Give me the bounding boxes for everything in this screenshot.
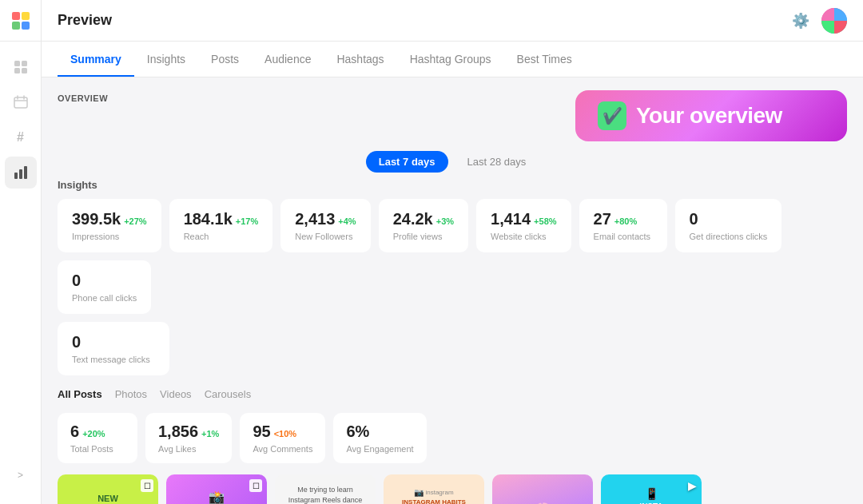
avatar[interactable] <box>821 8 847 34</box>
svg-rect-10 <box>24 166 27 179</box>
sidebar: # > <box>0 0 42 504</box>
card-impressions: 399.5k+27% Impressions <box>58 199 161 252</box>
last-7-days-button[interactable]: Last 7 days <box>366 151 448 173</box>
tab-carousels[interactable]: Carousels <box>205 385 260 403</box>
tab-best-times[interactable]: Best Times <box>504 42 585 77</box>
check-icon: ✔️ <box>598 101 626 130</box>
posts-tabs: All Posts Photos Videos Carousels <box>58 385 847 403</box>
thumb-2-content: 📸 REELSVIDEO IDEASFOR BUSINESS PART 3 <box>183 483 250 504</box>
thumb-3-text: Me trying to learnInstagram Reels dancem… <box>280 477 371 504</box>
card-text-message: 0 Text message clicks <box>58 322 169 375</box>
post-thumbnails: ☐ NEWINSTAGRAMFEATURE😊 ☐ 📸 REELSVIDEO ID… <box>58 474 847 504</box>
card-avg-likes: 1,856+1% Avg Likes <box>145 413 232 463</box>
card-avg-engagement: 6% Avg Engagement <box>333 413 426 463</box>
sidebar-icons: # <box>5 42 37 459</box>
play-icon: ▶ <box>688 479 697 492</box>
svg-rect-1 <box>22 61 27 66</box>
app-title: Preview <box>58 12 112 29</box>
logo-cell-red <box>12 12 20 20</box>
tab-all-posts[interactable]: All Posts <box>58 385 110 403</box>
tab-posts[interactable]: Posts <box>198 42 252 77</box>
avatar-cell-4 <box>834 21 847 34</box>
thumb-new-instagram-feature[interactable]: ☐ NEWINSTAGRAMFEATURE😊 <box>58 474 158 504</box>
app-logo <box>0 0 42 42</box>
card-avg-comments: 95<10% Avg Comments <box>240 413 325 463</box>
thumb-checkbox-1[interactable]: ☐ <box>141 479 153 492</box>
settings-icon[interactable]: ⚙️ <box>788 8 813 34</box>
card-website-clicks: 1,414+58% Website clicks <box>476 199 571 252</box>
impressions-value: 399.5k+27% <box>72 210 147 228</box>
tab-insights[interactable]: Insights <box>134 42 198 77</box>
logo-cell-green <box>12 22 20 30</box>
app-header: Preview ⚙️ <box>42 0 863 42</box>
card-phone-call: 0 Phone call clicks <box>58 260 151 314</box>
content-top-row: OVERVIEW ✔️ Your overview <box>42 77 863 141</box>
tab-hashtags[interactable]: Hashtags <box>324 42 396 77</box>
header-icons: ⚙️ <box>788 8 847 34</box>
insights-cards: 399.5k+27% Impressions 184.1k+17% Reach … <box>58 199 847 314</box>
svg-rect-8 <box>14 173 18 179</box>
thumb-dance-moves[interactable]: Me trying to learnInstagram Reels dancem… <box>275 474 376 504</box>
tab-audience[interactable]: Audience <box>252 42 324 77</box>
date-filter-row: Last 7 days Last 28 days <box>42 141 863 179</box>
thumb-reels-video-ideas[interactable]: ☐ 📸 REELSVIDEO IDEASFOR BUSINESS PART 3 <box>166 474 267 504</box>
tab-summary[interactable]: Summary <box>58 42 134 77</box>
thumb-6-content: 📱 INSTASTORYTRICK 😎 <box>631 481 671 504</box>
svg-rect-0 <box>14 61 20 66</box>
card-profile-views: 24.2k+3% Profile views <box>379 199 468 252</box>
logo-grid <box>12 12 30 30</box>
card-reach: 184.1k+17% Reach <box>169 199 273 252</box>
tab-videos[interactable]: Videos <box>160 385 200 403</box>
header-left: Preview <box>58 12 112 29</box>
logo-cell-blue <box>22 22 30 30</box>
svg-rect-4 <box>14 97 27 108</box>
content-area: OVERVIEW ✔️ Your overview Last 7 days La… <box>42 77 863 504</box>
overview-text: Your overview <box>636 103 782 129</box>
svg-rect-2 <box>14 68 20 73</box>
card-new-followers: 2,413+4% New Followers <box>280 199 370 252</box>
insights-section: Insights 399.5k+27% Impressions 184.1k+1… <box>42 179 863 375</box>
last-28-days-button[interactable]: Last 28 days <box>455 151 539 173</box>
nav-tabs: Summary Insights Posts Audience Hashtags… <box>42 42 863 77</box>
thumb-checkbox-2[interactable]: ☐ <box>249 479 262 492</box>
post-stats-cards: 6+20% Total Posts 1,856+1% Avg Likes 95<… <box>58 413 847 463</box>
tab-hashtag-groups[interactable]: Hashtag Groups <box>397 42 504 77</box>
card-get-directions: 0 Get directions clicks <box>675 199 782 252</box>
insights-title: Insights <box>58 179 847 191</box>
thumb-1-text: NEWINSTAGRAMFEATURE😊 <box>75 487 141 504</box>
svg-rect-9 <box>19 169 22 179</box>
calendar-icon[interactable] <box>5 86 37 118</box>
avatar-cell-2 <box>834 8 847 21</box>
logo-cell-yellow <box>22 12 30 20</box>
sidebar-bottom: > <box>5 459 37 504</box>
overview-banner: ✔️ Your overview <box>575 90 847 141</box>
chart-icon[interactable] <box>5 157 37 189</box>
card-email-contacts: 27+80% Email contacts <box>579 199 667 252</box>
main-content: Preview ⚙️ Summary Insights Posts Audien… <box>42 0 863 504</box>
expand-button[interactable]: > <box>5 459 37 491</box>
thumb-instagram-habits[interactable]: 📷 instagram INSTAGRAM HABITSTO STOP RIGH… <box>384 474 484 504</box>
card-total-posts: 6+20% Total Posts <box>58 413 137 463</box>
overview-section-title: OVERVIEW <box>58 90 108 105</box>
svg-rect-3 <box>22 68 27 73</box>
tab-photos[interactable]: Photos <box>115 385 155 403</box>
avatar-cell-1 <box>821 8 834 21</box>
thumb-woman-flowers[interactable]: 🌸 <box>492 474 593 504</box>
avatar-cell-3 <box>821 21 834 34</box>
grid-icon[interactable] <box>5 51 37 83</box>
hashtag-icon[interactable]: # <box>5 121 37 153</box>
thumb-4-content: 📷 instagram INSTAGRAM HABITSTO STOP RIGH… <box>394 482 474 504</box>
thumb-insta-story-trick[interactable]: ▶ 📱 INSTASTORYTRICK 😎 <box>601 474 702 504</box>
posts-section: All Posts Photos Videos Carousels 6+20% … <box>42 385 863 504</box>
